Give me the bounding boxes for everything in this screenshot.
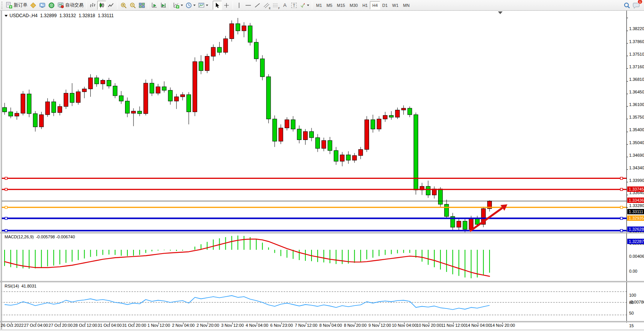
candlestick-chart-button[interactable] — [97, 1, 106, 10]
line-handle[interactable] — [620, 206, 623, 209]
timeframe-d1-button[interactable]: D1 — [380, 1, 390, 10]
arrows-tool-button[interactable] — [299, 1, 310, 10]
time-axis-label: 11 Nov 12:00 — [441, 323, 466, 328]
candle-body — [45, 102, 50, 115]
macd-axis-label: 0.004066 — [629, 254, 644, 259]
candle-body — [223, 39, 228, 53]
tile-windows-button[interactable] — [137, 1, 146, 10]
candle-body — [150, 83, 154, 93]
quotes-icon — [30, 2, 37, 9]
templates-dropdown-icon[interactable] — [206, 5, 208, 6]
new-order-button[interactable]: 新订单 — [5, 1, 29, 10]
toolbar-separator — [211, 2, 211, 9]
candle-body — [273, 119, 277, 141]
line-handle[interactable] — [620, 217, 623, 220]
vertical-line-icon — [236, 2, 242, 8]
vertical-line-tool-button[interactable] — [234, 1, 244, 10]
zoom-in-button[interactable] — [119, 1, 128, 10]
candle-body — [248, 26, 252, 42]
candle-body — [95, 78, 99, 84]
time-axis-label: 14 Nov 20:00 — [490, 323, 515, 328]
trendline-icon — [254, 2, 260, 8]
candle-body — [254, 42, 259, 59]
pane-separator[interactable] — [0, 232, 644, 233]
signals-button[interactable] — [47, 1, 56, 10]
trend-arrow-shaft[interactable] — [470, 208, 502, 231]
pane-separator[interactable] — [0, 281, 644, 282]
timeframe-mn-button[interactable]: MN — [401, 1, 412, 10]
notifications-button[interactable]: 1 — [631, 1, 641, 10]
candle-body — [39, 115, 43, 127]
rsi-indicator-label: RSI(14) — [5, 284, 19, 288]
macd-axis-label: 0.00 — [629, 269, 637, 273]
indicators-dropdown-icon[interactable] — [181, 5, 183, 6]
candle-body — [352, 156, 357, 160]
community-button[interactable] — [38, 1, 47, 10]
timeframe-w1-button[interactable]: W1 — [390, 1, 401, 10]
line-handle[interactable] — [5, 206, 7, 209]
price-tick-label: 1.35750 — [629, 115, 644, 119]
line-handle[interactable] — [620, 177, 623, 180]
time-axis-label: 2 Nov 04:00 — [172, 323, 194, 328]
chart-high-value: 1.33132 — [59, 13, 76, 18]
line-handle[interactable] — [5, 217, 7, 220]
line-handle[interactable] — [620, 188, 623, 191]
trendline-tool-button[interactable] — [253, 1, 262, 10]
price-tick-label: 1.35040 — [629, 140, 644, 145]
periods-button[interactable] — [184, 1, 197, 10]
rsi-axis-label: 80 — [629, 300, 634, 305]
horizontal-line-icon — [245, 2, 251, 8]
community-icon — [39, 2, 46, 9]
timeframe-m15-button[interactable]: M15 — [335, 1, 347, 10]
price-tick-label: 1.36100 — [629, 102, 644, 107]
zoom-out-button[interactable] — [128, 1, 137, 10]
line-chart-button[interactable] — [106, 1, 116, 10]
autotrading-label: 自动交易 — [65, 2, 84, 8]
price-tag: 1.33436 — [627, 198, 644, 203]
cursor-tool-button[interactable] — [213, 1, 222, 10]
timeframe-h1-button[interactable]: H1 — [360, 1, 370, 10]
candle-body — [445, 204, 449, 217]
equidistant-channel-tool-button[interactable]: E — [262, 1, 271, 10]
line-handle[interactable] — [5, 177, 7, 180]
text-label-tool-button[interactable]: T — [289, 1, 299, 10]
chart-shift-marker[interactable] — [498, 11, 503, 14]
fibonacci-tool-button[interactable]: F — [271, 1, 280, 10]
candle-body — [469, 219, 473, 229]
chart-shift-button[interactable] — [159, 1, 168, 10]
timeframe-group: M1M5M15M30H1H4D1W1MN — [314, 1, 412, 10]
rsi-indicator-value: 41.8031 — [21, 284, 37, 288]
quotes-button[interactable] — [29, 1, 38, 10]
crosshair-tool-button[interactable] — [222, 1, 231, 10]
bar-chart-button[interactable] — [88, 1, 97, 10]
templates-button[interactable] — [197, 1, 209, 10]
auto-scroll-button[interactable] — [150, 1, 159, 10]
autotrading-button[interactable]: 自动交易 — [56, 1, 85, 10]
horizontal-line-tool-button[interactable] — [244, 1, 253, 10]
chart-window: USDCAD-,H4 1.32899 1.33132 1.32818 1.331… — [0, 11, 644, 331]
timeframe-m1-button[interactable]: M1 — [314, 1, 324, 10]
indicators-icon — [173, 2, 180, 9]
text-tool-button[interactable]: A — [280, 1, 289, 10]
price-tick-label: 1.34690 — [629, 153, 644, 157]
candle-body — [193, 62, 197, 112]
line-handle[interactable] — [5, 188, 7, 191]
line-handle[interactable] — [5, 230, 7, 232]
candle-body — [426, 186, 430, 195]
timeframe-h4-button[interactable]: H4 — [370, 1, 380, 10]
symbol-dropdown-icon[interactable] — [5, 15, 8, 17]
zoom-out-icon — [129, 2, 136, 9]
price-tag: 1.33745 — [627, 186, 644, 192]
candle-body — [408, 108, 412, 115]
time-axis-label: 3 Nov 12:00 — [221, 323, 244, 328]
indicators-button[interactable] — [172, 1, 184, 10]
search-button[interactable] — [622, 1, 631, 10]
timeframe-m5-button[interactable]: M5 — [324, 1, 334, 10]
arrows-dropdown-icon[interactable] — [307, 5, 309, 6]
periods-dropdown-icon[interactable] — [193, 5, 196, 6]
chart-close-value: 1.33111 — [98, 13, 114, 18]
timeframe-m30-button[interactable]: M30 — [347, 1, 360, 10]
chart-canvas[interactable] — [0, 11, 644, 331]
candle-body — [187, 95, 191, 112]
line-handle[interactable] — [620, 230, 623, 232]
